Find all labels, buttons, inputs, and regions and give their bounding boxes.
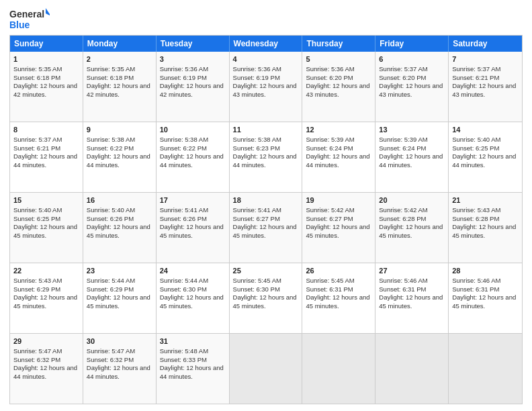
sunset: Sunset: 6:33 PM — [160, 356, 207, 363]
sunrise: Sunrise: 5:43 AM — [452, 206, 500, 214]
day-number: 12 — [306, 125, 371, 135]
calendar-day-18: 18Sunrise: 5:41 AMSunset: 6:27 PMDayligh… — [230, 193, 303, 263]
calendar-week-1: 1Sunrise: 5:35 AMSunset: 6:18 PMDaylight… — [10, 52, 522, 122]
daylight: Daylight: 12 hours and 44 minutes. — [160, 152, 224, 169]
daylight: Daylight: 12 hours and 43 minutes. — [379, 82, 443, 98]
day-number: 10 — [160, 125, 226, 135]
sunrise: Sunrise: 5:39 AM — [379, 136, 427, 143]
daylight: Daylight: 12 hours and 43 minutes. — [233, 82, 297, 98]
daylight: Daylight: 12 hours and 45 minutes. — [452, 293, 516, 310]
calendar-day-24: 24Sunrise: 5:44 AMSunset: 6:30 PMDayligh… — [157, 263, 230, 333]
daylight: Daylight: 12 hours and 45 minutes. — [233, 223, 297, 239]
calendar-week-5: 29Sunrise: 5:47 AMSunset: 6:32 PMDayligh… — [10, 333, 522, 404]
daylight: Daylight: 12 hours and 45 minutes. — [306, 223, 369, 239]
sunrise: Sunrise: 5:35 AM — [13, 65, 62, 73]
calendar-day-8: 8Sunrise: 5:37 AMSunset: 6:21 PMDaylight… — [10, 122, 83, 192]
logo: General Blue — [9, 7, 50, 31]
calendar-empty-cell — [302, 334, 375, 404]
sunrise: Sunrise: 5:41 AM — [160, 206, 208, 214]
day-number: 5 — [306, 54, 371, 64]
sunset: Sunset: 6:27 PM — [306, 215, 353, 222]
calendar-empty-cell — [230, 334, 303, 404]
day-number: 11 — [233, 125, 299, 135]
day-number: 14 — [452, 125, 519, 135]
calendar-day-30: 30Sunrise: 5:47 AMSunset: 6:32 PMDayligh… — [83, 334, 157, 404]
sunrise: Sunrise: 5:43 AM — [13, 277, 62, 284]
daylight: Daylight: 12 hours and 43 minutes. — [452, 82, 516, 98]
daylight: Daylight: 12 hours and 44 minutes. — [13, 152, 77, 169]
sunrise: Sunrise: 5:40 AM — [87, 206, 135, 214]
sunrise: Sunrise: 5:39 AM — [306, 136, 354, 143]
day-number: 31 — [160, 336, 226, 347]
calendar-day-17: 17Sunrise: 5:41 AMSunset: 6:26 PMDayligh… — [157, 193, 230, 263]
calendar-day-31: 31Sunrise: 5:48 AMSunset: 6:33 PMDayligh… — [157, 334, 230, 404]
calendar-day-29: 29Sunrise: 5:47 AMSunset: 6:32 PMDayligh… — [10, 334, 83, 404]
calendar-day-3: 3Sunrise: 5:36 AMSunset: 6:19 PMDaylight… — [157, 52, 230, 122]
daylight: Daylight: 12 hours and 42 minutes. — [160, 82, 224, 98]
calendar-week-4: 22Sunrise: 5:43 AMSunset: 6:29 PMDayligh… — [10, 263, 522, 333]
sunrise: Sunrise: 5:44 AM — [87, 277, 135, 284]
day-number: 28 — [452, 266, 519, 276]
calendar-day-15: 15Sunrise: 5:40 AMSunset: 6:25 PMDayligh… — [10, 193, 83, 263]
day-number: 20 — [379, 195, 445, 205]
daylight: Daylight: 12 hours and 45 minutes. — [379, 293, 443, 310]
calendar-day-16: 16Sunrise: 5:40 AMSunset: 6:26 PMDayligh… — [83, 193, 157, 263]
calendar-header-tuesday: Tuesday — [157, 36, 230, 52]
sunset: Sunset: 6:29 PM — [13, 285, 60, 293]
calendar-day-2: 2Sunrise: 5:35 AMSunset: 6:18 PMDaylight… — [83, 52, 157, 122]
calendar-day-10: 10Sunrise: 5:38 AMSunset: 6:22 PMDayligh… — [157, 122, 230, 192]
sunset: Sunset: 6:21 PM — [13, 144, 60, 152]
daylight: Daylight: 12 hours and 44 minutes. — [233, 152, 297, 169]
sunset: Sunset: 6:24 PM — [379, 144, 426, 152]
calendar-header: SundayMondayTuesdayWednesdayThursdayFrid… — [10, 36, 522, 52]
day-number: 13 — [379, 125, 445, 135]
sunrise: Sunrise: 5:37 AM — [13, 136, 62, 143]
calendar-day-21: 21Sunrise: 5:43 AMSunset: 6:28 PMDayligh… — [449, 193, 522, 263]
day-number: 8 — [13, 125, 79, 135]
calendar-day-11: 11Sunrise: 5:38 AMSunset: 6:23 PMDayligh… — [230, 122, 303, 192]
daylight: Daylight: 12 hours and 45 minutes. — [160, 223, 224, 239]
sunset: Sunset: 6:31 PM — [379, 285, 426, 293]
sunset: Sunset: 6:18 PM — [13, 74, 60, 81]
sunset: Sunset: 6:19 PM — [160, 74, 207, 81]
calendar-day-6: 6Sunrise: 5:37 AMSunset: 6:20 PMDaylight… — [375, 52, 449, 122]
day-number: 3 — [160, 54, 226, 64]
calendar-week-2: 8Sunrise: 5:37 AMSunset: 6:21 PMDaylight… — [10, 122, 522, 192]
calendar-day-7: 7Sunrise: 5:37 AMSunset: 6:21 PMDaylight… — [449, 52, 522, 122]
daylight: Daylight: 12 hours and 44 minutes. — [87, 152, 150, 169]
sunset: Sunset: 6:26 PM — [160, 215, 207, 222]
sunset: Sunset: 6:31 PM — [452, 285, 499, 293]
sunrise: Sunrise: 5:47 AM — [87, 347, 135, 355]
calendar-day-12: 12Sunrise: 5:39 AMSunset: 6:24 PMDayligh… — [302, 122, 375, 192]
sunset: Sunset: 6:28 PM — [452, 215, 499, 222]
daylight: Daylight: 12 hours and 45 minutes. — [87, 223, 150, 239]
daylight: Daylight: 12 hours and 45 minutes. — [233, 293, 297, 310]
sunset: Sunset: 6:27 PM — [233, 215, 280, 222]
svg-marker-2 — [46, 8, 50, 16]
sunrise: Sunrise: 5:38 AM — [233, 136, 281, 143]
sunset: Sunset: 6:19 PM — [233, 74, 280, 81]
daylight: Daylight: 12 hours and 44 minutes. — [306, 152, 369, 169]
day-number: 6 — [379, 54, 445, 64]
day-number: 1 — [13, 54, 79, 64]
sunset: Sunset: 6:30 PM — [233, 285, 280, 293]
calendar-day-23: 23Sunrise: 5:44 AMSunset: 6:29 PMDayligh… — [83, 263, 157, 333]
sunset: Sunset: 6:26 PM — [87, 215, 134, 222]
sunset: Sunset: 6:24 PM — [306, 144, 353, 152]
calendar-day-20: 20Sunrise: 5:42 AMSunset: 6:28 PMDayligh… — [375, 193, 449, 263]
sunset: Sunset: 6:21 PM — [452, 74, 499, 81]
calendar-day-14: 14Sunrise: 5:40 AMSunset: 6:25 PMDayligh… — [449, 122, 522, 192]
daylight: Daylight: 12 hours and 45 minutes. — [306, 293, 369, 310]
calendar-header-monday: Monday — [83, 36, 157, 52]
daylight: Daylight: 12 hours and 45 minutes. — [379, 223, 443, 239]
logo-icon: General Blue — [9, 7, 50, 31]
sunrise: Sunrise: 5:35 AM — [87, 65, 135, 73]
calendar-day-28: 28Sunrise: 5:46 AMSunset: 6:31 PMDayligh… — [449, 263, 522, 333]
day-number: 25 — [233, 266, 299, 276]
day-number: 17 — [160, 195, 226, 205]
sunrise: Sunrise: 5:37 AM — [379, 65, 427, 73]
day-number: 23 — [87, 266, 152, 276]
sunrise: Sunrise: 5:36 AM — [160, 65, 208, 73]
sunrise: Sunrise: 5:40 AM — [452, 136, 500, 143]
calendar-day-25: 25Sunrise: 5:45 AMSunset: 6:30 PMDayligh… — [230, 263, 303, 333]
